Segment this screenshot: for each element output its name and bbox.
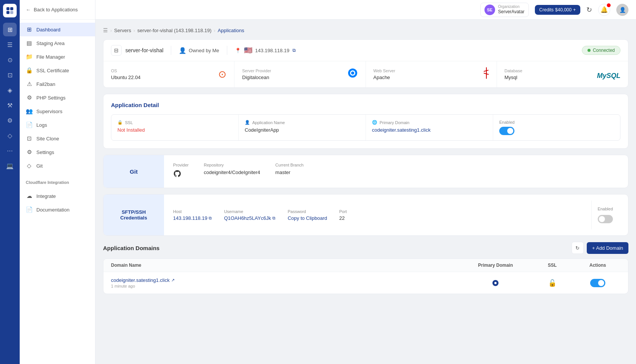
sidebar-item-label: Git xyxy=(36,163,43,169)
domain-actions-cell[interactable] xyxy=(575,279,620,287)
svg-rect-9 xyxy=(486,67,487,79)
ip-section: 📍 🇺🇸 143.198.118.19 ⧉ xyxy=(235,46,296,54)
iconbar-code[interactable]: 💻 xyxy=(3,159,17,173)
fail2ban-icon: ⚠ xyxy=(26,81,33,87)
sidebar-item-siteclone[interactable]: ⊡ Site Clone xyxy=(20,132,95,145)
sidebar-item-ssl[interactable]: 🔒 SSL Certificate xyxy=(20,64,95,77)
svg-rect-1 xyxy=(10,7,13,10)
copy-ip-icon[interactable]: ⧉ xyxy=(292,48,296,53)
sftp-label: SFTP/SSH Credentials xyxy=(113,209,155,221)
header-right: SE Organization ServerAvatar Credits $40… xyxy=(480,3,628,17)
appname-detail-item: 👤 Application Name CodeIgniterApp xyxy=(239,115,366,140)
credits-label: Credits xyxy=(539,7,554,12)
server-name: server-for-vishal xyxy=(125,47,163,53)
sidebar-item-fail2ban[interactable]: ⚠ Fail2ban xyxy=(20,77,95,91)
user-avatar[interactable]: 👤 xyxy=(616,4,628,16)
sidebar-item-label: Logs xyxy=(36,122,47,128)
app-detail-row: 🔒 SSL Not Installed 👤 Application Name C… xyxy=(111,114,620,141)
sidebar-item-filemanager[interactable]: 📁 File Manager xyxy=(20,50,95,64)
breadcrumb-servers[interactable]: Servers xyxy=(114,28,131,33)
iconbar-more[interactable]: ⋯ xyxy=(3,144,17,157)
col-actions: Actions xyxy=(575,263,620,268)
sidebar-item-integrate[interactable]: ☁ Integrate xyxy=(20,189,95,203)
iconbar-puzzle[interactable]: ◈ xyxy=(3,83,17,97)
sidebar-item-php[interactable]: ⚙ PHP Settings xyxy=(20,91,95,104)
domain-enabled-toggle[interactable] xyxy=(590,279,605,287)
location-icon: 📍 xyxy=(235,48,241,53)
sftp-enabled-toggle[interactable] xyxy=(598,215,613,223)
staging-icon: ▤ xyxy=(26,40,33,47)
refresh-icon[interactable]: ↻ xyxy=(586,6,592,14)
os-value: Ubuntu 22.04 xyxy=(111,75,141,80)
git-branch-label: Current Branch xyxy=(275,163,304,167)
ssl-icon-small: 🔒 xyxy=(117,120,123,125)
domain-ssl-cell: 🔓 xyxy=(530,279,575,287)
sftp-password-value[interactable]: Copy to Clipboard xyxy=(288,215,327,221)
back-to-applications[interactable]: ← Back to Applications xyxy=(20,0,95,20)
iconbar-tools[interactable]: ⚒ xyxy=(3,98,17,112)
sidebar-item-supervisors[interactable]: 👥 Supervisors xyxy=(20,104,95,118)
svg-rect-2 xyxy=(6,11,9,14)
ssl-status: Not Installed xyxy=(117,127,232,133)
database-value: Mysql xyxy=(505,75,522,80)
content: ☰ › Servers › server-for-vishal (143.198… xyxy=(95,20,636,364)
iconbar-menu[interactable]: ☰ xyxy=(3,38,17,51)
git-content: Provider Repository codeigniter4/CodeIgn… xyxy=(164,155,628,188)
sidebar-item-documentation[interactable]: 📄 Documentation xyxy=(20,203,95,216)
iconbar-settings2[interactable]: ⚙ xyxy=(3,114,17,127)
server-icon: ⊟ xyxy=(111,45,122,56)
sidebar-item-dashboard[interactable]: ⊞ Dashboard xyxy=(20,23,95,36)
ssl-lock-icon: 🔓 xyxy=(548,279,556,287)
credits-amount: $40,000 xyxy=(555,7,572,12)
icon-bar: ⊞ ☰ ⊙ ⊡ ◈ ⚒ ⚙ ◇ ⋯ 💻 xyxy=(0,0,20,364)
sidebar-item-staging[interactable]: ▤ Staging Area xyxy=(20,36,95,50)
domain-link[interactable]: codeigniter.satesting1.click ↗ xyxy=(111,277,461,283)
sidebar-item-label: Staging Area xyxy=(36,40,64,46)
sidebar-item-git[interactable]: ◇ Git xyxy=(20,159,95,173)
sidebar-item-label: Dashboard xyxy=(36,27,61,33)
sidebar: ← Back to Applications ⊞ Dashboard ▤ Sta… xyxy=(20,0,95,364)
breadcrumb: ☰ › Servers › server-for-vishal (143.198… xyxy=(103,27,628,33)
org-name: ServerAvatar xyxy=(498,9,525,14)
php-icon: ⚙ xyxy=(26,94,33,101)
copy-username-icon[interactable]: ⧉ xyxy=(272,216,275,221)
provider-value: Digitalocean xyxy=(242,75,271,80)
sftp-port-value: 22 xyxy=(339,215,347,221)
git-provider-field: Provider xyxy=(173,163,189,180)
iconbar-box[interactable]: ⊡ xyxy=(3,68,17,82)
copy-host-icon[interactable]: ⧉ xyxy=(209,216,212,221)
sidebar-item-label: File Manager xyxy=(36,54,65,60)
server-name-section: ⊟ server-for-vishal xyxy=(111,45,163,56)
svg-rect-7 xyxy=(350,76,352,76)
sidebar-item-settings[interactable]: ⚙ Settings xyxy=(20,145,95,159)
domain-table-header: Domain Name Primary Domain SSL Actions xyxy=(103,259,628,272)
credits-plus: + xyxy=(573,7,576,12)
svg-rect-8 xyxy=(348,74,350,75)
iconbar-git[interactable]: ◇ xyxy=(3,129,17,142)
app-logo[interactable] xyxy=(3,4,17,17)
breadcrumb-server[interactable]: server-for-vishal (143.198.118.19) xyxy=(137,28,211,33)
refresh-domains-button[interactable]: ↻ xyxy=(572,242,584,254)
cloudflare-nav: ☁ Integrate 📄 Documentation xyxy=(20,186,95,219)
provider-label: Server Provider xyxy=(242,68,271,73)
credits-button[interactable]: Credits $40,000 + xyxy=(535,5,580,15)
iconbar-apps[interactable]: ⊙ xyxy=(3,53,17,67)
siteclone-icon: ⊡ xyxy=(26,135,33,142)
sftp-username-label: Username xyxy=(224,209,275,214)
notification-button[interactable]: 🔔 xyxy=(598,4,610,16)
sftp-enabled-section: Enabled xyxy=(591,201,619,229)
app-enabled-toggle[interactable] xyxy=(499,127,514,135)
sidebar-item-logs[interactable]: 📄 Logs xyxy=(20,118,95,132)
primary-domain-value[interactable]: codeigniter.satesting1.click xyxy=(372,127,487,133)
sftp-host-field: Host 143.198.118.19 ⧉ xyxy=(173,209,212,221)
github-icon xyxy=(173,170,181,180)
domains-actions: ↻ + Add Domain xyxy=(572,242,628,254)
add-domain-button[interactable]: + Add Domain xyxy=(587,242,628,254)
enabled-label: Enabled xyxy=(499,120,514,124)
iconbar-dashboard[interactable]: ⊞ xyxy=(3,23,17,36)
org-section[interactable]: SE Organization ServerAvatar xyxy=(480,3,529,17)
connected-label: Connected xyxy=(593,48,615,53)
git-branch-value: master xyxy=(275,170,304,175)
git-repo-value: codeigniter4/CodeIgniter4 xyxy=(204,170,260,175)
cloudflare-section-title: Cloudflare Integration xyxy=(20,176,95,186)
